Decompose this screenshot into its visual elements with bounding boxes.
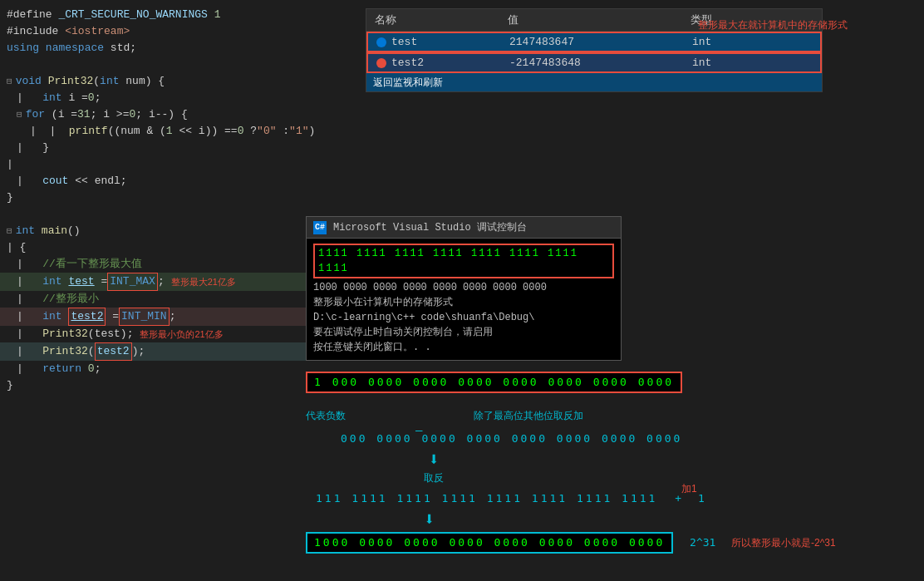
result-annotation: 所以整形最小就是-2^31: [731, 536, 836, 550]
watch-col-value: 值: [499, 9, 682, 31]
watch-cell-name-test: test: [368, 33, 501, 51]
code-line-blank3: [0, 206, 316, 223]
code-line-print32-close: }: [0, 190, 316, 206]
console-msg1: 要在调试停止时自动关闭控制台，请启用: [313, 325, 614, 340]
code-line-print-test2: | Print32 ( test2 );: [0, 342, 316, 361]
watch-cell-value-test2: -2147483648: [501, 54, 684, 71]
code-line-main-close: }: [0, 377, 316, 391]
watch-cell-name-test2: test2: [368, 54, 501, 71]
console-titlebar: C# Microsoft Visual Studio 调试控制台: [307, 217, 621, 239]
watch-col-name: 名称: [366, 9, 499, 31]
code-line-return: | return 0 ;: [0, 361, 316, 377]
binary-step1-container: 1 000 0000 0000 0000 0000 0000 0000 0000: [306, 372, 682, 393]
watch-icon-test: [376, 37, 386, 47]
code-line-3: using namespace std;: [0, 40, 316, 57]
console-title: Microsoft Visual Studio 调试控制台: [333, 220, 527, 234]
console-path: D:\c-learning\c++ code\shuanfa\Debug\: [313, 310, 614, 325]
code-line-printf: | | printf ((num & ( 1 << i)) == 0 ? "0"…: [0, 123, 316, 140]
binary-result-container: 1000 0000 0000 0000 0000 0000 0000 0000 …: [306, 532, 715, 554]
console-storage-label: 整形最小在计算机中的存储形式: [313, 295, 614, 310]
binary-step2: 000 0000 0000 0000 0000 0000 0000 0000: [341, 432, 682, 445]
code-line-print-test: | Print32 (test); 整形最小负的21亿多: [0, 326, 316, 342]
return-bar: 返回监视和刷新: [366, 73, 822, 91]
binary-step3a: 111 1111 1111 1111 1111 1111 1111 1111 +…: [316, 492, 707, 505]
annotation-flip: 除了最高位其他位取反加: [474, 409, 583, 423]
code-line-main-open: | {: [0, 239, 316, 256]
code-line-for: ⊟ for (i = 31 ; i >= 0 ; i--) {: [0, 106, 316, 123]
power-label: 2^31: [690, 536, 715, 549]
code-line-cout: | cout << endl;: [0, 173, 316, 190]
code-line-i: | int i = 0 ;: [0, 90, 316, 106]
watch-cell-type-test2: int: [684, 54, 750, 71]
code-line-print32: ⊟ void Print32 ( int num) {: [0, 73, 316, 90]
code-line-cmt1: | //看一下整形最大值: [0, 256, 316, 273]
watch-cell-type-test: int: [684, 33, 750, 51]
arrow-down-2: ⬇: [424, 509, 435, 531]
code-line-test: | int test = INT_MAX ; 整形最大21亿多: [0, 273, 316, 291]
binary-result: 1000 0000 0000 0000 0000 0000 0000 0000: [306, 532, 673, 554]
console-window: C# Microsoft Visual Studio 调试控制台 1111 11…: [306, 216, 622, 361]
return-bar-text: 返回监视和刷新: [373, 76, 443, 90]
console-vs-icon: C#: [313, 221, 327, 234]
annotation-storage: 整形最大在就计算机中的存储形式: [698, 18, 914, 32]
flip-label: 取反: [424, 471, 444, 485]
console-content: 1111 1111 1111 1111 1111 1111 1111 1111 …: [307, 239, 621, 360]
arrow-down-1: ⬇: [424, 449, 444, 471]
code-line-blank2: |: [0, 156, 316, 173]
binary-step1: 1 000 0000 0000 0000 0000 0000 0000 0000: [306, 372, 682, 393]
code-line-blank1: [0, 57, 316, 73]
watch-cell-value-test: 2147483647: [501, 33, 684, 51]
console-msg2: 按任意键关闭此窗口。. .: [313, 340, 614, 355]
console-binary-top: 1111 1111 1111 1111 1111 1111 1111 1111: [313, 244, 614, 278]
annotation-negative: 代表负数: [306, 409, 346, 423]
code-line-main: ⊟ int main (): [0, 223, 316, 239]
code-line-2: #include <iostream>: [0, 23, 316, 40]
code-line-cmt2: | //整形最小: [0, 291, 316, 308]
watch-row-test: test 2147483647 int: [366, 32, 822, 52]
code-line-for-close: | }: [0, 140, 316, 156]
code-line-1: #define _CRT_SECURE_NO_WARNINGS 1: [0, 7, 316, 23]
watch-row-test2: test2 -2147483648 int: [366, 52, 822, 73]
console-line1: 1000 0000 0000 0000 0000 0000 0000 0000: [313, 280, 614, 295]
code-editor: #define _CRT_SECURE_NO_WARNINGS 1 #inclu…: [0, 0, 316, 391]
watch-icon-test2: [376, 58, 386, 68]
flip-section: ⬇ 取反: [424, 449, 444, 485]
code-line-test2: | int test2 = INT_MIN ;: [0, 308, 316, 326]
